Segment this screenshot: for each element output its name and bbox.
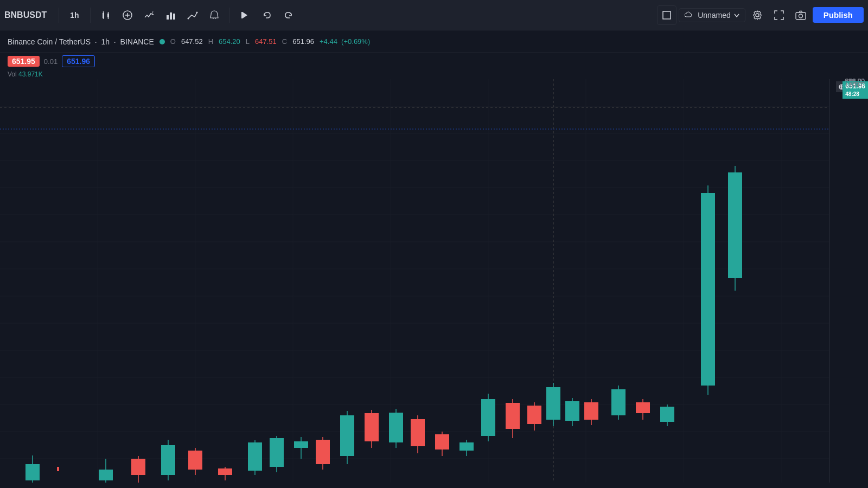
change-pct: +0.69% [343, 37, 367, 46]
interval-text: 1h [101, 37, 110, 46]
current-price-time: 48:28 [845, 91, 859, 97]
svg-rect-98 [660, 407, 674, 422]
svg-rect-18 [241, 12, 242, 18]
watch-button[interactable] [657, 5, 676, 25]
svg-rect-54 [131, 459, 145, 475]
exchange-text: BINANCE [120, 37, 154, 46]
alerts-button[interactable] [205, 5, 224, 25]
low-value: 647.51 [255, 37, 277, 46]
svg-rect-49 [25, 464, 40, 480]
svg-rect-78 [435, 434, 449, 450]
svg-rect-90 [565, 401, 579, 421]
chart-area[interactable]: USDT [0, 79, 868, 483]
cloud-icon [685, 11, 694, 19]
svg-rect-64 [270, 438, 284, 467]
svg-rect-102 [728, 172, 742, 278]
divider-1 [59, 8, 59, 23]
indicators-button[interactable]: ƒ [139, 5, 159, 25]
svg-rect-76 [411, 419, 425, 446]
add-icon [122, 10, 133, 21]
layout-name: Unnamed [698, 11, 731, 20]
timeframe-button[interactable]: 1h [65, 9, 84, 22]
svg-point-14 [196, 11, 197, 13]
trend-line-button[interactable] [183, 5, 202, 25]
vol-value: 43.971K [18, 70, 43, 78]
svg-rect-60 [218, 468, 232, 475]
undo-button[interactable] [257, 5, 277, 25]
svg-rect-56 [161, 445, 175, 475]
vol-label: Vol [8, 70, 17, 78]
price-diff: 0.01 [44, 57, 58, 66]
add-indicator-button[interactable] [118, 5, 137, 25]
svg-rect-58 [188, 451, 202, 470]
change-amount: +4.44 [320, 37, 337, 46]
right-toolbar: Unnamed Publish [657, 5, 864, 25]
bar-chart-button[interactable] [161, 5, 181, 25]
svg-rect-96 [636, 402, 650, 413]
settings-button[interactable] [748, 5, 767, 25]
replay-icon [240, 10, 251, 21]
divider-2 [90, 8, 91, 23]
change-value: +4.44 (+0.69%) [320, 37, 370, 46]
candlestick-chart [0, 79, 829, 483]
pair-display: Binance Coin / TetherUS · 1h · BINANCE [8, 37, 154, 46]
svg-rect-50 [57, 467, 59, 471]
alerts-icon [209, 10, 220, 21]
fullscreen-icon [774, 10, 784, 20]
bar-chart-icon [165, 10, 176, 21]
open-label: O [170, 37, 176, 46]
svg-rect-86 [527, 406, 541, 424]
svg-rect-74 [389, 413, 403, 442]
redo-button[interactable] [279, 5, 298, 25]
svg-rect-94 [611, 389, 626, 415]
chevron-down-icon [734, 13, 739, 17]
svg-rect-100 [701, 193, 715, 386]
camera-icon [795, 10, 806, 20]
svg-rect-0 [103, 13, 104, 18]
svg-rect-12 [173, 14, 175, 20]
svg-rect-10 [167, 15, 169, 20]
svg-rect-92 [584, 402, 598, 420]
svg-rect-11 [170, 12, 172, 20]
svg-rect-70 [340, 415, 354, 456]
trend-icon [187, 10, 198, 21]
redo-icon [283, 10, 294, 21]
svg-rect-62 [248, 442, 262, 471]
ask-price-tag[interactable]: 651.96 [62, 55, 95, 67]
ticker-symbol[interactable]: BNBUSDT [4, 10, 47, 20]
svg-rect-19 [663, 11, 671, 19]
svg-rect-80 [459, 442, 474, 451]
svg-point-13 [187, 17, 189, 19]
info-bar: Binance Coin / TetherUS · 1h · BINANCE O… [0, 30, 868, 53]
square-icon [662, 10, 672, 20]
close-value: 651.96 [292, 37, 314, 46]
bid-price-tag[interactable]: 651.95 [8, 56, 40, 67]
price-tags-row: 651.95 0.01 651.96 [0, 53, 868, 69]
undo-icon [261, 10, 272, 21]
svg-point-20 [756, 14, 759, 17]
svg-marker-17 [242, 12, 247, 18]
svg-rect-88 [546, 387, 560, 420]
candle-icon [100, 10, 111, 21]
pair-name-text: Binance Coin / TetherUS [8, 37, 91, 46]
divider-3 [229, 8, 230, 23]
screenshot-button[interactable] [791, 5, 810, 25]
publish-button[interactable]: Publish [813, 7, 864, 23]
svg-rect-72 [365, 413, 379, 441]
indicators-icon: ƒ [144, 10, 155, 21]
svg-text:ƒ: ƒ [151, 10, 154, 15]
svg-rect-21 [796, 12, 806, 20]
usdt-label: USDT [841, 79, 868, 91]
low-label: L [246, 37, 250, 46]
candle-type-button[interactable] [96, 5, 116, 25]
open-value: 647.52 [181, 37, 203, 46]
cloud-save-button[interactable]: Unnamed [679, 8, 745, 22]
close-label: C [282, 37, 287, 46]
svg-rect-82 [481, 399, 495, 436]
replay-button[interactable] [235, 5, 255, 25]
high-value: 654.20 [219, 37, 240, 46]
vol-row: Vol 43.971K [0, 69, 868, 79]
fullscreen-button[interactable] [769, 5, 789, 25]
main-toolbar: BNBUSDT 1h ƒ [0, 0, 868, 30]
live-dot [159, 39, 165, 44]
